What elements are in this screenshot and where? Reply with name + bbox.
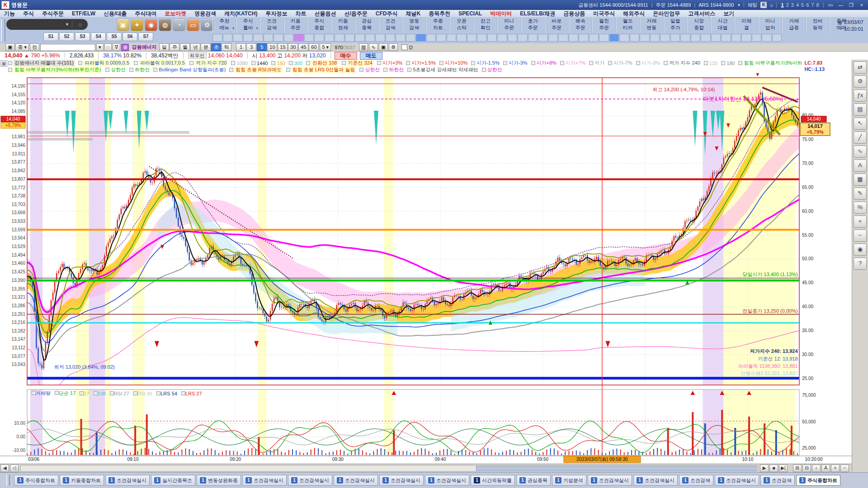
mini-slot-28[interactable] (497, 34, 507, 42)
mini-slot-0[interactable] (212, 34, 222, 42)
mini-slot-42[interactable] (640, 34, 650, 42)
menu-item-영웅검색[interactable]: 영웅검색 (190, 10, 220, 18)
settings-gear-icon[interactable]: ⚙ (854, 75, 867, 88)
menu-item-CFD주식[interactable]: CFD주식 (372, 10, 402, 18)
mini-slot-33[interactable] (548, 34, 558, 42)
legend-checkbox-icon[interactable] (286, 68, 290, 72)
legend-checkbox-icon[interactable] (560, 61, 564, 65)
mini-slot-18[interactable] (396, 34, 406, 42)
percent-icon[interactable]: % (854, 202, 867, 214)
pattern-icon[interactable]: ▦ (854, 174, 867, 186)
scroll-pause-button[interactable]: ■ (769, 465, 778, 472)
mini-slot-37[interactable] (589, 34, 599, 42)
scroll-track[interactable] (20, 465, 758, 472)
chat-button[interactable]: 채팅 (747, 2, 757, 9)
compare-icon[interactable]: ∿ (369, 43, 377, 51)
toolbar-button-거래변동[interactable]: 거래변동 (640, 17, 664, 33)
legend-checkbox-icon[interactable] (406, 61, 410, 65)
chart-settings-icon[interactable]: ⚙ (389, 43, 398, 51)
mini-slot-1[interactable] (223, 34, 233, 42)
quick-button-S5[interactable]: S5 (107, 33, 122, 41)
taskbar-tab-17[interactable]: 1조건검색 (760, 475, 795, 486)
legend-checkbox-icon[interactable] (407, 68, 411, 72)
toolbar-button-거래급증[interactable]: 거래급증 (782, 17, 806, 33)
scroll-end-button[interactable]: ▶| (779, 465, 788, 472)
zoomout-icon[interactable]: − (840, 465, 849, 472)
legend-checkbox-icon[interactable] (156, 391, 160, 395)
scroll-left-button[interactable]: ◀ (0, 465, 9, 472)
toolbar-button-미니업차[interactable]: 미니업차 (759, 17, 783, 33)
scroll-thumb[interactable] (476, 466, 757, 471)
mini-slot-50[interactable] (721, 34, 731, 42)
legend-checkbox-icon[interactable] (78, 61, 82, 65)
toolbar-button-주종차트[interactable]: 주종차트 (426, 17, 450, 33)
toolbar-button-바로주문[interactable]: 바로주문 (545, 17, 569, 33)
taskbar-tab-1[interactable]: 1키움종합차트 (60, 475, 104, 486)
toolbar-button-월드티커[interactable]: 월드티커 (616, 17, 640, 33)
menu-item-신용/대출[interactable]: 신용/대출 (99, 10, 131, 18)
stock-search-input[interactable]: ▼◌ (6, 19, 88, 30)
workspace-6[interactable]: 6 (805, 2, 810, 8)
layout2-icon[interactable]: ⊟ (802, 465, 811, 472)
taskbar-tab-5[interactable]: 1조건검색실시 (242, 475, 287, 486)
zoom-out-icon[interactable]: − (854, 230, 867, 242)
toolbar-button-주식종합[interactable]: 주식종합 (307, 17, 331, 33)
mini-slot-35[interactable] (569, 34, 579, 42)
toolbar-button-키움주문[interactable]: 키움주문 (284, 17, 308, 33)
interval-button-30[interactable]: 30 (288, 43, 298, 51)
mini-slot-24[interactable] (457, 34, 467, 42)
workspace-2[interactable]: 2 (785, 2, 790, 8)
menu-item-빅데이터[interactable]: 빅데이터 (486, 10, 516, 18)
mini-slot-12[interactable] (335, 34, 344, 42)
scroll-left2-button[interactable]: ◁ (10, 465, 19, 472)
workspace-1[interactable]: 1 (780, 2, 785, 8)
legend-checkbox-icon[interactable] (383, 68, 387, 72)
mini-slot-2[interactable] (233, 34, 243, 42)
menu-item-선물옵션[interactable]: 선물옵션 (310, 10, 340, 18)
mini-slot-16[interactable] (375, 34, 385, 42)
mini-slot-25[interactable] (467, 34, 477, 42)
menu-item-채널K[interactable]: 채널K (401, 10, 425, 18)
menu-item-ELS/ELB/채권[interactable]: ELS/ELB/채권 (516, 10, 559, 18)
legend-checkbox-icon[interactable] (134, 61, 138, 65)
legend-checkbox-icon[interactable] (94, 391, 98, 395)
mini-slot-22[interactable] (436, 34, 446, 42)
buy-button[interactable]: 매수 (335, 52, 357, 60)
layout1-icon[interactable]: ⊞ (793, 465, 802, 472)
mini-slot-4[interactable] (253, 34, 263, 42)
zoom-in-icon[interactable]: + (854, 216, 867, 228)
interval-button-10[interactable]: 10 (267, 43, 277, 51)
camera-icon[interactable]: ◍ (159, 19, 171, 31)
mini-slot-36[interactable] (579, 34, 589, 42)
clock-icon[interactable]: ◔ (173, 19, 185, 31)
search-code-icon[interactable]: ◌ (104, 43, 112, 51)
mini-slot-52[interactable] (741, 34, 751, 42)
mini-slot-17[interactable] (386, 34, 396, 42)
toolbar-grip[interactable] (1, 19, 5, 42)
quick-button-S7[interactable]: S7 (138, 33, 153, 41)
menu-item-캐치(KATCH)[interactable]: 캐치(KATCH) (220, 10, 261, 18)
mini-slot-6[interactable] (274, 34, 283, 42)
period-button-주[interactable]: 주 (170, 43, 179, 51)
key-icon[interactable]: ✦ (131, 19, 143, 31)
mini-slot-55[interactable] (772, 34, 782, 42)
toolbar-button-시장종합[interactable]: 시장종합 (687, 17, 711, 33)
interval-button-3[interactable]: 3 (246, 43, 256, 51)
toolbar-button-키움현재[interactable]: 키움현재 (331, 17, 355, 33)
taskbar-tab-6[interactable]: 1조건검색실시 (288, 475, 332, 486)
menu-item-미국주식[interactable]: 미국주식 (589, 10, 619, 18)
monitor-icon[interactable]: ▭ (187, 19, 199, 31)
workspace-switcher[interactable]: 12345678 (780, 2, 820, 8)
indicator-icon[interactable]: ▤ (854, 103, 867, 116)
minimize-button[interactable]: — (837, 2, 844, 8)
menu-item-주식[interactable]: 주식 (19, 10, 38, 18)
close-button[interactable]: × (858, 2, 865, 8)
dropdown-icon[interactable]: ▾ (96, 43, 104, 51)
taskbar-tab-10[interactable]: 1시간외등락률 (471, 475, 515, 486)
mini-slot-13[interactable] (345, 34, 355, 42)
interval-button-15[interactable]: 15 (278, 43, 288, 51)
code-input[interactable] (40, 44, 95, 51)
period-button-일[interactable]: 일 (159, 43, 169, 51)
workspace-4[interactable]: 4 (795, 2, 800, 8)
legend-checkbox-icon[interactable] (153, 68, 157, 72)
